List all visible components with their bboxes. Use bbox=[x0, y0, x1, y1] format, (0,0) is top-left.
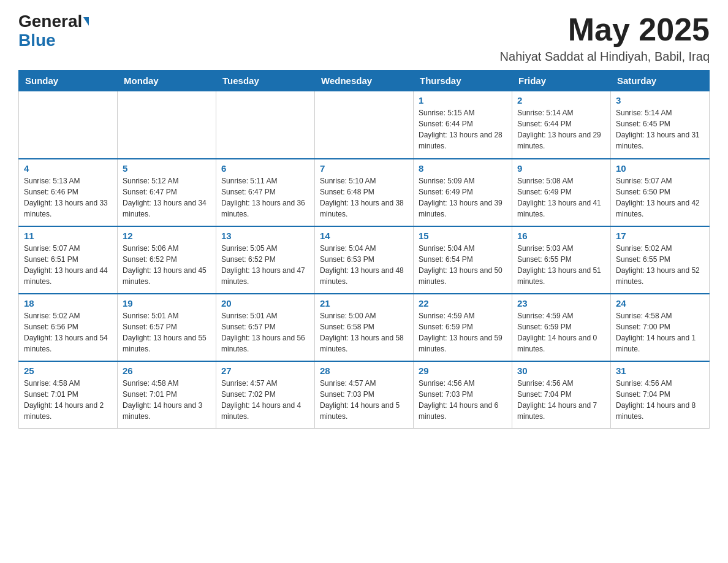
day-info: Sunrise: 4:56 AMSunset: 7:04 PMDaylight:… bbox=[517, 378, 605, 422]
day-number: 8 bbox=[419, 163, 507, 174]
day-number: 3 bbox=[616, 95, 704, 105]
day-info: Sunrise: 5:10 AMSunset: 6:48 PMDaylight:… bbox=[320, 175, 408, 220]
table-row: 5Sunrise: 5:12 AMSunset: 6:47 PMDaylight… bbox=[118, 159, 216, 226]
day-number: 23 bbox=[517, 298, 605, 308]
day-info: Sunrise: 5:09 AMSunset: 6:49 PMDaylight:… bbox=[419, 175, 507, 220]
table-row bbox=[118, 91, 216, 159]
day-number: 6 bbox=[221, 163, 309, 174]
day-info: Sunrise: 5:13 AMSunset: 6:46 PMDaylight:… bbox=[24, 175, 112, 220]
day-info: Sunrise: 4:56 AMSunset: 7:04 PMDaylight:… bbox=[616, 378, 704, 422]
table-row: 21Sunrise: 5:00 AMSunset: 6:58 PMDayligh… bbox=[315, 294, 414, 361]
day-info: Sunrise: 5:11 AMSunset: 6:47 PMDaylight:… bbox=[221, 175, 309, 220]
table-row: 22Sunrise: 4:59 AMSunset: 6:59 PMDayligh… bbox=[414, 294, 512, 361]
day-number: 5 bbox=[123, 163, 211, 174]
day-number: 15 bbox=[419, 231, 507, 241]
table-row: 12Sunrise: 5:06 AMSunset: 6:52 PMDayligh… bbox=[118, 226, 216, 294]
calendar-week-row: 25Sunrise: 4:58 AMSunset: 7:01 PMDayligh… bbox=[19, 361, 710, 429]
day-number: 20 bbox=[221, 298, 309, 308]
page-header: General Blue May 2025 Nahiyat Saddat al … bbox=[18, 12, 710, 64]
day-number: 7 bbox=[320, 163, 408, 174]
calendar-week-row: 11Sunrise: 5:07 AMSunset: 6:51 PMDayligh… bbox=[19, 226, 710, 294]
day-number: 10 bbox=[616, 163, 704, 174]
logo-blue: Blue bbox=[18, 31, 56, 50]
table-row: 31Sunrise: 4:56 AMSunset: 7:04 PMDayligh… bbox=[611, 361, 710, 429]
title-area: May 2025 Nahiyat Saddat al Hindiyah, Bab… bbox=[500, 12, 710, 64]
day-number: 16 bbox=[517, 231, 605, 241]
day-info: Sunrise: 5:12 AMSunset: 6:47 PMDaylight:… bbox=[123, 175, 211, 220]
table-row bbox=[216, 91, 315, 159]
calendar-subtitle: Nahiyat Saddat al Hindiyah, Babil, Iraq bbox=[500, 50, 710, 64]
day-number: 17 bbox=[616, 231, 704, 241]
table-row: 11Sunrise: 5:07 AMSunset: 6:51 PMDayligh… bbox=[19, 226, 118, 294]
day-number: 4 bbox=[24, 163, 112, 174]
day-info: Sunrise: 5:08 AMSunset: 6:49 PMDaylight:… bbox=[517, 175, 605, 220]
day-info: Sunrise: 5:07 AMSunset: 6:50 PMDaylight:… bbox=[616, 175, 704, 220]
table-row: 2Sunrise: 5:14 AMSunset: 6:44 PMDaylight… bbox=[512, 91, 611, 159]
table-row: 25Sunrise: 4:58 AMSunset: 7:01 PMDayligh… bbox=[19, 361, 118, 429]
calendar-table: Sunday Monday Tuesday Wednesday Thursday… bbox=[18, 70, 710, 429]
day-info: Sunrise: 4:58 AMSunset: 7:01 PMDaylight:… bbox=[123, 378, 211, 422]
header-wednesday: Wednesday bbox=[315, 71, 414, 91]
table-row bbox=[315, 91, 414, 159]
table-row: 24Sunrise: 4:58 AMSunset: 7:00 PMDayligh… bbox=[611, 294, 710, 361]
day-number: 19 bbox=[123, 298, 211, 308]
header-saturday: Saturday bbox=[611, 71, 710, 91]
day-info: Sunrise: 4:57 AMSunset: 7:02 PMDaylight:… bbox=[221, 378, 309, 422]
table-row: 27Sunrise: 4:57 AMSunset: 7:02 PMDayligh… bbox=[216, 361, 315, 429]
table-row: 19Sunrise: 5:01 AMSunset: 6:57 PMDayligh… bbox=[118, 294, 216, 361]
table-row: 4Sunrise: 5:13 AMSunset: 6:46 PMDaylight… bbox=[19, 159, 118, 226]
day-number: 9 bbox=[517, 163, 605, 174]
day-info: Sunrise: 5:02 AMSunset: 6:55 PMDaylight:… bbox=[616, 243, 704, 287]
table-row: 29Sunrise: 4:56 AMSunset: 7:03 PMDayligh… bbox=[414, 361, 512, 429]
table-row: 15Sunrise: 5:04 AMSunset: 6:54 PMDayligh… bbox=[414, 226, 512, 294]
table-row: 18Sunrise: 5:02 AMSunset: 6:56 PMDayligh… bbox=[19, 294, 118, 361]
table-row: 16Sunrise: 5:03 AMSunset: 6:55 PMDayligh… bbox=[512, 226, 611, 294]
day-info: Sunrise: 5:14 AMSunset: 6:44 PMDaylight:… bbox=[517, 107, 605, 151]
table-row: 1Sunrise: 5:15 AMSunset: 6:44 PMDaylight… bbox=[414, 91, 512, 159]
day-info: Sunrise: 5:06 AMSunset: 6:52 PMDaylight:… bbox=[123, 243, 211, 287]
day-number: 11 bbox=[24, 231, 112, 241]
table-row: 10Sunrise: 5:07 AMSunset: 6:50 PMDayligh… bbox=[611, 159, 710, 226]
day-number: 18 bbox=[24, 298, 112, 308]
day-number: 22 bbox=[419, 298, 507, 308]
table-row: 9Sunrise: 5:08 AMSunset: 6:49 PMDaylight… bbox=[512, 159, 611, 226]
header-tuesday: Tuesday bbox=[216, 71, 315, 91]
table-row: 6Sunrise: 5:11 AMSunset: 6:47 PMDaylight… bbox=[216, 159, 315, 226]
day-info: Sunrise: 5:04 AMSunset: 6:54 PMDaylight:… bbox=[419, 243, 507, 287]
table-row: 20Sunrise: 5:01 AMSunset: 6:57 PMDayligh… bbox=[216, 294, 315, 361]
table-row: 13Sunrise: 5:05 AMSunset: 6:52 PMDayligh… bbox=[216, 226, 315, 294]
day-number: 24 bbox=[616, 298, 704, 308]
day-number: 28 bbox=[320, 366, 408, 376]
day-info: Sunrise: 5:02 AMSunset: 6:56 PMDaylight:… bbox=[24, 310, 112, 354]
day-number: 2 bbox=[517, 95, 605, 105]
day-info: Sunrise: 5:03 AMSunset: 6:55 PMDaylight:… bbox=[517, 243, 605, 287]
day-number: 30 bbox=[517, 366, 605, 376]
table-row: 3Sunrise: 5:14 AMSunset: 6:45 PMDaylight… bbox=[611, 91, 710, 159]
day-info: Sunrise: 5:14 AMSunset: 6:45 PMDaylight:… bbox=[616, 107, 704, 151]
table-row: 17Sunrise: 5:02 AMSunset: 6:55 PMDayligh… bbox=[611, 226, 710, 294]
day-number: 13 bbox=[221, 231, 309, 241]
day-number: 1 bbox=[419, 95, 507, 105]
table-row: 23Sunrise: 4:59 AMSunset: 6:59 PMDayligh… bbox=[512, 294, 611, 361]
day-info: Sunrise: 4:59 AMSunset: 6:59 PMDaylight:… bbox=[517, 310, 605, 354]
table-row: 28Sunrise: 4:57 AMSunset: 7:03 PMDayligh… bbox=[315, 361, 414, 429]
table-row: 26Sunrise: 4:58 AMSunset: 7:01 PMDayligh… bbox=[118, 361, 216, 429]
logo: General Blue bbox=[18, 12, 89, 50]
header-thursday: Thursday bbox=[414, 71, 512, 91]
calendar-week-row: 4Sunrise: 5:13 AMSunset: 6:46 PMDaylight… bbox=[19, 159, 710, 226]
day-number: 12 bbox=[123, 231, 211, 241]
table-row: 7Sunrise: 5:10 AMSunset: 6:48 PMDaylight… bbox=[315, 159, 414, 226]
header-monday: Monday bbox=[118, 71, 216, 91]
day-number: 25 bbox=[24, 366, 112, 376]
day-info: Sunrise: 5:04 AMSunset: 6:53 PMDaylight:… bbox=[320, 243, 408, 287]
day-number: 31 bbox=[616, 366, 704, 376]
day-info: Sunrise: 4:58 AMSunset: 7:00 PMDaylight:… bbox=[616, 310, 704, 354]
table-row: 14Sunrise: 5:04 AMSunset: 6:53 PMDayligh… bbox=[315, 226, 414, 294]
day-info: Sunrise: 5:07 AMSunset: 6:51 PMDaylight:… bbox=[24, 243, 112, 287]
table-row: 30Sunrise: 4:56 AMSunset: 7:04 PMDayligh… bbox=[512, 361, 611, 429]
day-number: 26 bbox=[123, 366, 211, 376]
day-info: Sunrise: 5:01 AMSunset: 6:57 PMDaylight:… bbox=[221, 310, 309, 354]
day-number: 27 bbox=[221, 366, 309, 376]
day-info: Sunrise: 5:01 AMSunset: 6:57 PMDaylight:… bbox=[123, 310, 211, 354]
header-sunday: Sunday bbox=[19, 71, 118, 91]
